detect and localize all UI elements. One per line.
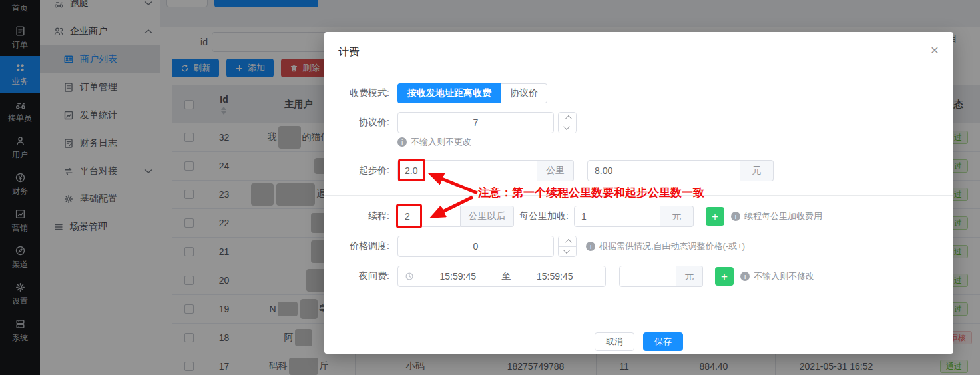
info-icon: i — [397, 137, 407, 147]
annotation-box-renew-km — [396, 204, 422, 228]
charge-mode-row: 收费模式: 按收发地址距离收费 协议价 — [324, 83, 953, 103]
clock-icon — [405, 272, 414, 281]
base-price-label: 起步价: — [324, 165, 389, 177]
step-up-button[interactable] — [559, 113, 576, 123]
base-price-group: 元 — [587, 160, 774, 181]
yuan-addon: 元 — [740, 160, 774, 181]
protocol-price-hint: i 不输入则不更改 — [397, 136, 471, 148]
add-renew-tier-button[interactable]: + — [706, 207, 724, 226]
modal-title: 计费 — [338, 45, 360, 59]
renew-hint: i 续程每公里加收费用 — [731, 210, 822, 222]
modal-footer: 取消 保存 — [324, 332, 953, 351]
step-down-button[interactable] — [559, 123, 576, 133]
price-adjust-input[interactable] — [397, 236, 554, 257]
km-addon: 公里 — [537, 160, 574, 181]
night-fee-time-range[interactable]: 15:59:45 至 15:59:45 — [397, 266, 606, 287]
per-km-label: 每公里加收: — [519, 210, 569, 222]
price-adjust-stepper — [558, 236, 577, 257]
annotation-box-base-km — [398, 159, 425, 181]
time-end: 15:59:45 — [511, 271, 599, 282]
protocol-price-stepper — [558, 112, 577, 133]
night-fee-label: 夜间费: — [324, 270, 389, 282]
per-km-group: 元 — [574, 206, 694, 227]
billing-modal: 计费 × 收费模式: 按收发地址距离收费 协议价 协议价: i 不输入则不更改 … — [324, 32, 953, 354]
km-after-addon: 公里以后 — [461, 206, 514, 227]
night-fee-hint: i 不输入则不修改 — [740, 270, 814, 282]
price-adjust-row: 价格调度: i 根据需供情况,自由动态调整价格(-或+) — [324, 236, 953, 257]
info-icon: i — [731, 212, 740, 221]
protocol-price-label: 协议价: — [324, 117, 389, 129]
save-button[interactable]: 保存 — [643, 332, 683, 351]
renew-label: 续程: — [324, 210, 389, 222]
price-adjust-label: 价格调度: — [324, 240, 389, 252]
protocol-price-row: 协议价: — [324, 112, 953, 133]
per-km-input[interactable] — [574, 206, 660, 227]
close-icon[interactable]: × — [931, 43, 939, 57]
night-fee-input[interactable] — [619, 266, 676, 287]
step-down-button[interactable] — [559, 247, 576, 257]
time-separator: 至 — [502, 270, 511, 282]
info-icon: i — [586, 242, 595, 251]
time-start: 15:59:45 — [414, 271, 502, 282]
add-night-fee-button[interactable]: + — [715, 267, 734, 286]
yuan-addon: 元 — [660, 206, 694, 227]
info-icon: i — [740, 272, 750, 281]
protocol-price-input[interactable] — [397, 112, 554, 133]
step-up-button[interactable] — [559, 236, 576, 247]
night-fee-group: 元 — [619, 266, 703, 287]
mode-protocol-button[interactable]: 协议价 — [501, 83, 547, 103]
yuan-addon: 元 — [676, 266, 703, 287]
annotation-text: 注意：第一个续程公里数要和起步公里数一致 — [478, 185, 704, 200]
charge-mode-label: 收费模式: — [324, 87, 389, 99]
price-adjust-hint: i 根据需供情况,自由动态调整价格(-或+) — [586, 240, 745, 252]
base-price-input[interactable] — [587, 160, 740, 181]
cancel-button[interactable]: 取消 — [595, 332, 634, 351]
mode-distance-button[interactable]: 按收发地址距离收费 — [397, 83, 501, 103]
night-fee-row: 夜间费: 15:59:45 至 15:59:45 元 + i 不输入则不修改 — [324, 266, 953, 287]
